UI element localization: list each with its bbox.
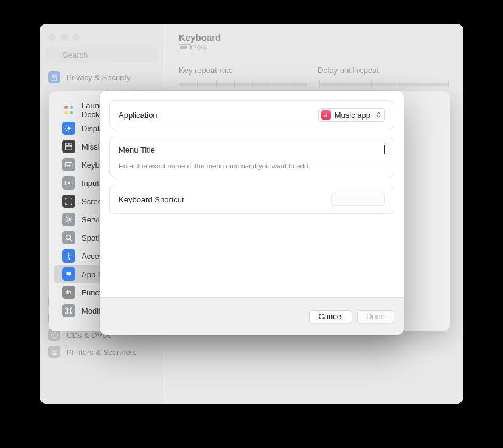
svg-rect-26: [66, 146, 72, 150]
zoom-dot[interactable]: [72, 33, 80, 41]
sidebar-item-privacy[interactable]: Privacy & Security: [40, 69, 164, 86]
svg-point-34: [68, 253, 70, 255]
svg-rect-12: [70, 106, 73, 109]
menu-title-input[interactable]: [164, 145, 384, 154]
svg-point-30: [68, 182, 70, 184]
application-select[interactable]: Music.app: [318, 108, 385, 122]
menu-title-help: Enter the exact name of the menu command…: [110, 162, 394, 177]
svg-line-22: [66, 130, 67, 131]
add-shortcut-modal: Application Music.app Menu Title: [100, 91, 404, 335]
keyboard-icon: [62, 158, 75, 171]
svg-point-32: [66, 235, 71, 240]
delay-repeat-label: Delay until repeat: [317, 66, 379, 75]
svg-line-20: [66, 126, 67, 126]
search-icon: [62, 231, 75, 244]
battery-status: 70%: [179, 44, 449, 51]
svg-rect-25: [69, 143, 72, 146]
close-dot[interactable]: [48, 33, 55, 41]
minimize-dot[interactable]: [60, 33, 68, 41]
keyboard-shortcut-label: Keyboard Shortcut: [119, 195, 184, 204]
svg-line-23: [71, 126, 71, 126]
svg-rect-13: [64, 111, 68, 114]
battery-icon: [179, 44, 191, 50]
svg-rect-11: [64, 106, 68, 109]
keyboard-shortcut-input[interactable]: [331, 193, 385, 206]
music-icon: [321, 110, 331, 120]
svg-rect-14: [70, 111, 73, 114]
menu-title-label: Menu Title: [119, 145, 155, 154]
printer-icon: [48, 346, 60, 358]
accessibility-icon: [62, 249, 75, 263]
key-repeat-label: Key repeat rate: [179, 66, 317, 75]
app-icon: [62, 267, 75, 281]
svg-point-6: [54, 334, 55, 336]
delay-repeat-slider[interactable]: [319, 80, 449, 89]
brightness-icon: [62, 122, 75, 135]
svg-point-5: [51, 332, 57, 338]
command-icon: [62, 304, 75, 317]
svg-rect-27: [65, 163, 72, 167]
application-label: Application: [119, 111, 158, 120]
svg-rect-24: [66, 143, 68, 146]
svg-rect-8: [53, 350, 56, 351]
key-repeat-slider[interactable]: [179, 80, 308, 89]
page-title: Keyboard: [179, 32, 449, 43]
hand-icon: [48, 71, 60, 83]
search-input[interactable]: [46, 47, 158, 63]
mission-icon: [62, 140, 75, 153]
updown-icon: [376, 112, 381, 118]
svg-line-33: [70, 239, 72, 241]
sidebar-item-printers[interactable]: Printers & Scanners: [40, 343, 164, 360]
svg-point-15: [67, 126, 70, 129]
application-value: Music.app: [335, 111, 370, 120]
fn-icon: fn: [62, 286, 75, 299]
svg-line-21: [71, 130, 71, 131]
grid-icon: [62, 103, 75, 117]
sidebar-item-label: Printers & Scanners: [66, 348, 137, 357]
done-button[interactable]: Done: [357, 310, 394, 323]
screenshot-icon: [62, 195, 75, 208]
sidebar-item-label: Privacy & Security: [66, 73, 130, 82]
svg-point-31: [68, 218, 70, 221]
gear-icon: [62, 213, 75, 226]
text-caret: [384, 145, 385, 154]
window-controls: [40, 30, 164, 47]
cancel-button[interactable]: Cancel: [309, 310, 352, 323]
input-icon: [62, 176, 75, 190]
